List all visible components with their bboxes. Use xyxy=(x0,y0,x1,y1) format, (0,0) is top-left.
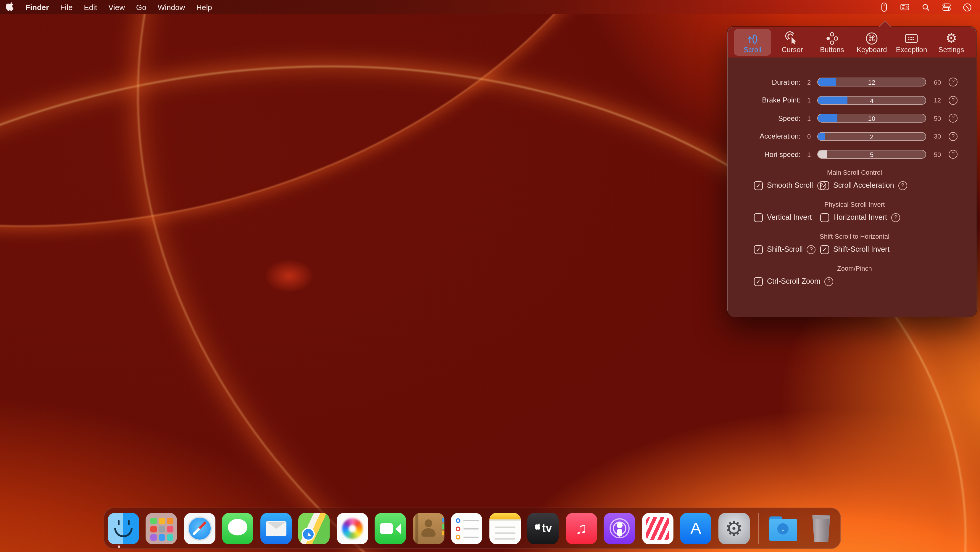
dock-divider xyxy=(758,513,759,544)
tab-exception[interactable]: Exception xyxy=(893,29,930,56)
help-icon[interactable]: ? xyxy=(949,114,958,123)
keyboard-viewer-icon[interactable]: ⌘ xyxy=(899,1,911,13)
checkbox-row: ✓Shift-Scroll?✓Shift-Scroll Invert xyxy=(754,243,958,255)
speed-slider[interactable]: 10 xyxy=(817,114,926,123)
help-icon[interactable]: ? xyxy=(949,78,958,86)
slider-current-value: 5 xyxy=(818,150,926,158)
menu-bar: Finder FileEditViewGoWindowHelp ⌘ xyxy=(0,0,980,14)
menu-item-edit[interactable]: Edit xyxy=(84,3,97,11)
menu-item-go[interactable]: Go xyxy=(136,3,146,11)
help-icon[interactable]: ? xyxy=(807,245,816,254)
slider-current-value: 4 xyxy=(818,96,926,104)
acceleration-slider[interactable]: 2 xyxy=(817,132,926,141)
help-icon[interactable]: ? xyxy=(949,96,958,105)
section-title: Zoom/Pinch xyxy=(837,265,872,271)
checkbox-label: Shift-Scroll xyxy=(767,245,803,254)
checkbox[interactable]: ✓ xyxy=(820,181,829,190)
tab-scroll[interactable]: Scroll xyxy=(734,29,771,56)
checkbox[interactable] xyxy=(820,213,829,222)
dock-notes-icon[interactable] xyxy=(489,513,521,544)
divider-line xyxy=(895,236,956,236)
section-header: Main Scroll Control xyxy=(753,168,956,176)
checkbox-label: Scroll Acceleration xyxy=(833,181,894,190)
dock-messages-icon[interactable] xyxy=(222,513,254,544)
tab-label: Keyboard xyxy=(857,46,887,54)
checkbox-label: Shift-Scroll Invert xyxy=(833,245,889,254)
dock-contacts-icon[interactable] xyxy=(413,513,444,544)
dock-photos-icon[interactable] xyxy=(337,513,368,544)
dock-appstore-icon[interactable]: A xyxy=(680,513,712,544)
dock-trash-icon[interactable] xyxy=(806,513,837,544)
gear-icon: ⚙ xyxy=(945,31,957,45)
command-key-icon: ⌘ xyxy=(865,31,879,45)
dock: ▲tv♫A⚙↓ xyxy=(103,507,841,549)
slider-group: Duration:21260?Brake Point:1412?Speed:11… xyxy=(752,78,958,159)
help-icon[interactable]: ? xyxy=(891,213,900,222)
app-window-icon xyxy=(904,31,920,45)
divider-line xyxy=(877,268,956,268)
brakepoint-slider[interactable]: 4 xyxy=(817,96,926,105)
tab-label: Cursor xyxy=(782,46,803,54)
tab-label: Exception xyxy=(896,46,927,54)
slider-current-value: 12 xyxy=(818,78,926,86)
menu-item-help[interactable]: Help xyxy=(196,3,212,11)
tab-settings[interactable]: ⚙Settings xyxy=(933,29,970,56)
checkbox-item-vertical-invert: Vertical Invert xyxy=(754,211,820,223)
checkbox-label: Smooth Scroll xyxy=(767,181,813,190)
divider-line xyxy=(753,268,832,268)
help-icon[interactable]: ? xyxy=(898,181,907,190)
dock-safari-icon[interactable] xyxy=(184,513,215,544)
mouse-icon[interactable] xyxy=(878,1,890,13)
dock-news-icon[interactable] xyxy=(642,513,673,544)
horispeed-slider[interactable]: 5 xyxy=(817,150,926,159)
checkbox[interactable]: ✓ xyxy=(820,245,829,254)
dock-launchpad-icon[interactable] xyxy=(146,513,177,544)
menu-item-window[interactable]: Window xyxy=(158,3,185,11)
dock-podcasts-icon[interactable] xyxy=(604,513,635,544)
slider-min-value: 1 xyxy=(804,115,814,122)
divider-line xyxy=(753,172,822,172)
slider-max-value: 60 xyxy=(930,78,945,86)
duration-slider[interactable]: 12 xyxy=(817,78,926,86)
dock-tv-icon[interactable]: tv xyxy=(528,513,559,544)
dock-maps-icon[interactable]: ▲ xyxy=(299,513,330,544)
help-icon[interactable]: ? xyxy=(949,132,958,141)
apple-menu-icon[interactable] xyxy=(6,2,14,13)
dock-finder-icon[interactable] xyxy=(108,513,139,544)
checkbox-item-smooth-scroll: ✓Smooth Scroll? xyxy=(754,179,820,191)
clock-icon[interactable] xyxy=(961,1,973,13)
checkbox-item-ctrl-scroll-zoom: ✓Ctrl-Scroll Zoom? xyxy=(754,275,820,287)
slider-max-value: 50 xyxy=(930,115,945,122)
slider-row: Brake Point:1412? xyxy=(752,96,958,105)
slider-row: Acceleration:0230? xyxy=(752,132,958,141)
checkbox[interactable]: ✓ xyxy=(754,245,763,254)
menu-app-name[interactable]: Finder xyxy=(25,3,49,11)
section-title: Shift-Scroll to Horizontal xyxy=(819,233,889,239)
menu-item-file[interactable]: File xyxy=(60,3,73,11)
tab-cursor[interactable]: Cursor xyxy=(773,29,811,56)
dock-music-icon[interactable]: ♫ xyxy=(566,513,597,544)
dock-downloads-icon[interactable]: ↓ xyxy=(768,513,799,544)
tab-label: Settings xyxy=(939,46,964,54)
spotlight-icon[interactable] xyxy=(920,1,931,13)
menu-item-view[interactable]: View xyxy=(108,3,125,11)
slider-row: Speed:11050? xyxy=(752,114,958,123)
slider-current-value: 10 xyxy=(818,114,926,122)
popover-content: Duration:21260?Brake Point:1412?Speed:11… xyxy=(728,57,976,317)
section-header: Shift-Scroll to Horizontal xyxy=(753,232,956,240)
dock-mail-icon[interactable] xyxy=(260,513,292,544)
control-center-icon[interactable] xyxy=(940,1,952,13)
dock-reminders-icon[interactable] xyxy=(451,513,483,544)
checkbox[interactable]: ✓ xyxy=(754,277,763,286)
menu-bar-left: Finder FileEditViewGoWindowHelp xyxy=(6,2,212,13)
checkbox-row: ✓Smooth Scroll?✓Scroll Acceleration? xyxy=(754,179,958,191)
checkbox[interactable]: ✓ xyxy=(754,181,763,190)
tab-buttons[interactable]: Buttons xyxy=(813,29,851,56)
dock-settings-icon[interactable]: ⚙ xyxy=(718,513,750,544)
tab-keyboard[interactable]: ⌘Keyboard xyxy=(853,29,890,56)
dock-facetime-icon[interactable] xyxy=(375,513,406,544)
divider-line xyxy=(753,236,814,236)
checkbox[interactable] xyxy=(754,213,763,222)
help-icon[interactable]: ? xyxy=(949,150,958,159)
help-icon[interactable]: ? xyxy=(825,277,834,286)
